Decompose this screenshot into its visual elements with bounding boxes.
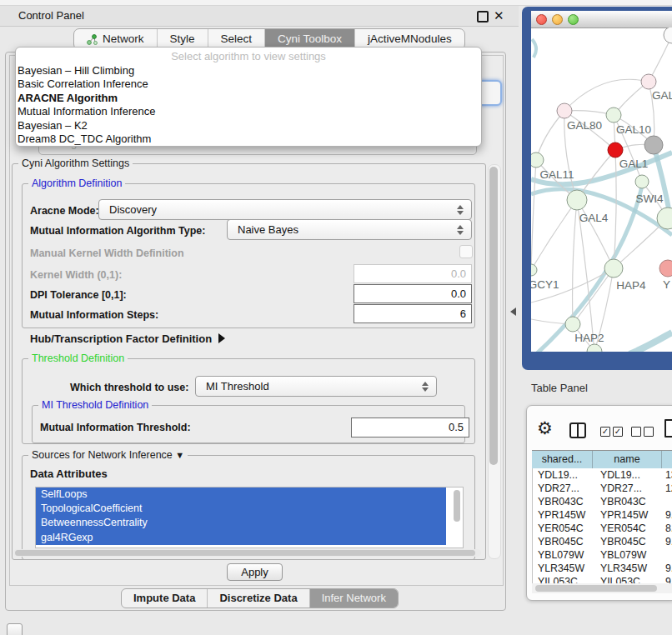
network-node-y[interactable] [659,260,672,277]
network-node-gal4[interactable] [567,190,587,210]
document-icon[interactable] [664,419,672,438]
network-edge[interactable] [531,160,536,269]
table-cell: 9. [663,535,672,548]
attribute-item-gal4rgexp[interactable]: gal4RGexp [36,531,446,545]
node-label-y: Y [663,278,670,291]
table-cell: YIL053C [594,575,663,583]
aracne-mode-value: Discovery [109,200,157,219]
table-panel-title: Table Panel [531,382,588,394]
attribute-item-topologicalcoefficient[interactable]: TopologicalCoefficient [36,502,446,516]
column-header-shared[interactable]: shared... [532,451,593,468]
algorithm-option-bayesian-k2[interactable]: Bayesian – K2 [18,119,479,132]
list-scrollbar-thumb[interactable] [454,490,460,522]
select-all-icon[interactable]: ✓ [600,427,610,437]
settings-horizontal-scrollbar[interactable] [13,549,481,557]
network-node-gal10[interactable] [606,108,621,122]
network-edge[interactable] [536,111,564,160]
select-all-icon[interactable]: ✓ [613,427,623,437]
mac-minimize-button[interactable] [552,14,563,25]
table-row[interactable]: YPR145WYPR145W9. [533,508,672,522]
network-node-gal1[interactable] [608,142,623,158]
data-attributes-list[interactable]: SelfLoopsTopologicalCoefficientBetweenne… [35,487,464,548]
column-header-name[interactable]: name [593,451,662,468]
network-window-titlebar[interactable] [531,11,672,28]
column-header-clipped[interactable] [662,451,672,468]
network-edge[interactable] [577,200,614,268]
table-row[interactable]: YDL19...YDL19...13 [533,468,672,482]
table-row[interactable]: YBL079WYBL079W [533,548,672,562]
mi-steps-field[interactable]: 6 [354,304,472,323]
bottom-tab-infer-network[interactable]: Infer Network [309,589,398,608]
table-cell: 9. [663,562,672,575]
network-node-hap2[interactable] [565,317,580,332]
attribute-item-betweennesscentrality[interactable]: BetweennessCentrality [36,516,446,530]
close-icon[interactable]: ✕ [494,8,504,24]
scrollbar-thumb[interactable] [489,167,498,465]
table-cell: YDL19... [533,468,594,482]
mi-steps-value: 6 [460,305,466,322]
split-panel-icon[interactable] [569,422,586,438]
algorithm-option-dream8-dc-tdc-algorithm[interactable]: Dream8 DC_TDC Algorithm [18,132,479,146]
table-horizontal-scrollbar[interactable] [532,583,672,593]
network-node-hap4[interactable] [604,259,623,278]
scrollbar-thumb[interactable] [535,585,657,592]
sources-group-title[interactable]: Sources for Network Inference ▼ [28,449,188,461]
algorithm-option-mutual-information-inference[interactable]: Mutual Information Inference [18,105,479,118]
network-node[interactable] [664,28,672,43]
table-row[interactable]: YER054CYER054C8. [533,522,672,535]
deselect-all-icon[interactable] [644,427,654,437]
aracne-mode-combo[interactable]: Discovery [98,199,472,220]
mi-type-combo[interactable]: Naive Bayes [227,219,472,240]
attr-items: SelfLoopsTopologicalCoefficientBetweenne… [36,488,463,545]
gear-icon[interactable]: ⚙ [537,419,553,438]
network-edge[interactable] [531,200,577,270]
bottom-tab-impute-data[interactable]: Impute Data [122,589,207,608]
table-row[interactable]: YLR345WYLR345W9. [533,562,672,575]
mac-close-button[interactable] [536,14,547,25]
scrollbar-thumb[interactable] [15,550,475,556]
network-node[interactable] [644,136,663,154]
bottom-tab-bar: Impute DataDiscretize DataInfer Network [121,588,399,608]
settings-vertical-scrollbar[interactable] [488,164,501,559]
which-threshold-combo[interactable]: MI Threshold [195,376,437,397]
attribute-item-selfloops[interactable]: SelfLoops [36,488,446,502]
mac-zoom-button[interactable] [568,14,579,25]
minimized-panel-icon[interactable] [7,623,23,635]
manual-kernel-checkbox[interactable] [459,245,473,258]
panel-splitter-arrow[interactable] [510,308,516,316]
float-icon[interactable] [477,11,489,22]
algorithm-option-basic-correlation-inference[interactable]: Basic Correlation Inference [18,78,479,91]
hub-definition-toggle[interactable]: Hub/Transcription Factor Definition [30,332,225,345]
network-node-swi4[interactable] [635,175,649,188]
sources-title-text: Sources for Network Inference [32,449,173,461]
deselect-all-icon[interactable] [631,427,641,437]
table-row[interactable]: YBR043CYBR043C [533,495,672,508]
table-row[interactable]: YIL053CYIL053C9 [533,575,672,583]
network-edge[interactable] [564,79,649,111]
network-edge[interactable] [532,39,536,58]
mi-threshold-field[interactable]: 0.5 [351,418,469,438]
network-node-gal[interactable] [641,74,656,89]
network-edge[interactable] [629,332,672,352]
data-attributes-label: Data Attributes [30,468,108,480]
table-cell: YBR045C [533,535,594,548]
table-cell: YPR145W [533,508,594,522]
algorithm-option-aracne-algorithm[interactable]: ARACNE Algorithm [18,92,479,105]
bottom-tab-discretize-data[interactable]: Discretize Data [207,589,308,608]
network-canvas[interactable]: GALGAL80GAL10GAL1GAL11SWI4GAL4GCY1HAP4YH… [531,28,672,352]
network-edge[interactable] [573,268,614,324]
network-edge[interactable] [573,200,577,324]
dpi-tolerance-field[interactable]: 0.0 [354,284,472,303]
apply-button[interactable]: Apply [227,563,283,581]
algorithm-option-bayesian-hill-climbing[interactable]: Bayesian – Hill Climbing [18,64,479,78]
cyni-settings-title: Cyni Algorithm Settings [18,158,133,169]
network-node-gal11[interactable] [531,152,544,168]
table-row[interactable]: YBR045CYBR045C9. [533,535,672,548]
table-cell: YDL19... [594,468,663,482]
table-cell: YLR345W [594,562,663,575]
table-row[interactable]: YDR27...YDR27...12 [533,482,672,495]
kernel-width-field[interactable]: 0.0 [354,264,472,283]
which-threshold-label: Which threshold to use: [70,382,188,393]
network-node-gal80[interactable] [557,103,572,118]
network-node-gcy1[interactable] [531,264,537,276]
